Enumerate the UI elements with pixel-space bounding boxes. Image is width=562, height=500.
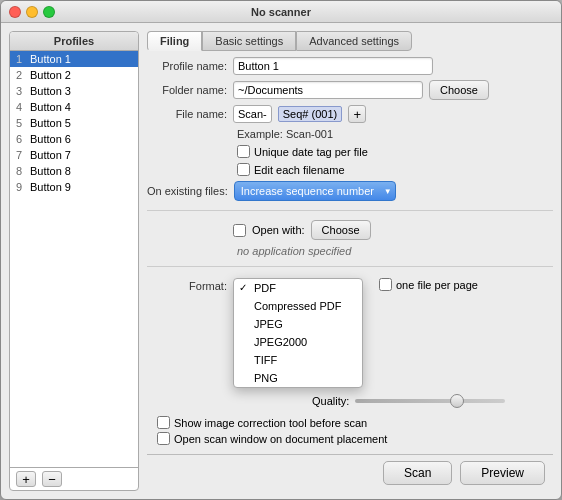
on-existing-row: On existing files: Increase sequence num… — [147, 181, 553, 201]
quality-label: Quality: — [312, 395, 349, 407]
profiles-panel: Profiles 1Button 12Button 23Button 34But… — [9, 31, 139, 491]
main-panel: Filing Basic settings Advanced settings … — [147, 31, 553, 491]
traffic-lights — [9, 6, 55, 18]
format-option-jpeg[interactable]: JPEG — [234, 315, 362, 333]
profile-num: 9 — [16, 181, 30, 193]
profiles-list: 1Button 12Button 23Button 34Button 45But… — [10, 51, 138, 467]
format-option-tiff[interactable]: TIFF — [234, 351, 362, 369]
open-scan-window-checkbox[interactable] — [157, 432, 170, 445]
unique-date-label: Unique date tag per file — [254, 146, 368, 158]
unique-date-row: Unique date tag per file — [237, 145, 553, 158]
example-row: Example: Scan-001 — [237, 128, 553, 140]
open-with-choose-button[interactable]: Choose — [311, 220, 371, 240]
folder-name-row: Folder name: Choose — [147, 80, 553, 100]
profile-name: Button 4 — [30, 101, 71, 113]
profile-name-label: Profile name: — [147, 60, 227, 72]
maximize-button[interactable] — [43, 6, 55, 18]
tab-advanced-settings[interactable]: Advanced settings — [296, 31, 412, 51]
scan-options: Show image correction tool before scan O… — [147, 416, 553, 448]
format-label: Format: — [147, 278, 227, 292]
format-option-png[interactable]: PNG — [234, 369, 362, 387]
tab-basic-settings[interactable]: Basic settings — [202, 31, 296, 51]
open-scan-window-row: Open scan window on document placement — [157, 432, 553, 445]
profile-name: Button 3 — [30, 85, 71, 97]
format-option-jpeg2000[interactable]: JPEG2000 — [234, 333, 362, 351]
profile-item[interactable]: 8Button 8 — [10, 163, 138, 179]
file-name-row: File name: Scan- Seq# (001) + — [147, 105, 553, 123]
window-title: No scanner — [251, 6, 311, 18]
edit-each-label: Edit each filename — [254, 164, 345, 176]
filing-form: Profile name: Folder name: Choose File n… — [147, 57, 553, 454]
main-window: No scanner Profiles 1Button 12Button 23B… — [0, 0, 562, 500]
remove-profile-button[interactable]: − — [42, 471, 62, 487]
content-area: Profiles 1Button 12Button 23Button 34But… — [1, 23, 561, 499]
on-existing-select[interactable]: Increase sequence number — [234, 181, 396, 201]
add-filename-token-button[interactable]: + — [348, 105, 366, 123]
profile-name: Button 8 — [30, 165, 71, 177]
one-file-per-page-label: one file per page — [396, 279, 478, 291]
on-existing-label: On existing files: — [147, 185, 228, 197]
tab-filing[interactable]: Filing — [147, 31, 202, 51]
profile-item[interactable]: 6Button 6 — [10, 131, 138, 147]
format-option-compressed-pdf[interactable]: Compressed PDF — [234, 297, 362, 315]
profiles-footer: + − — [10, 467, 138, 490]
minimize-button[interactable] — [26, 6, 38, 18]
format-section: Format: PDF Compressed PDF JPEG JPEG2000… — [147, 278, 553, 388]
edit-each-checkbox[interactable] — [237, 163, 250, 176]
profiles-header: Profiles — [10, 32, 138, 51]
format-option-pdf[interactable]: PDF — [234, 279, 362, 297]
profile-name: Button 6 — [30, 133, 71, 145]
bottom-bar: Scan Preview — [147, 454, 553, 491]
folder-choose-button[interactable]: Choose — [429, 80, 489, 100]
profile-num: 5 — [16, 117, 30, 129]
profile-item[interactable]: 9Button 9 — [10, 179, 138, 195]
profile-num: 8 — [16, 165, 30, 177]
on-existing-select-wrapper: Increase sequence number — [234, 181, 396, 201]
profile-name: Button 5 — [30, 117, 71, 129]
show-image-before-scan-row: Show image correction tool before scan — [157, 416, 553, 429]
profile-item[interactable]: 7Button 7 — [10, 147, 138, 163]
folder-name-input[interactable] — [233, 81, 423, 99]
profile-name: Button 7 — [30, 149, 71, 161]
filename-prefix-display: Scan- — [233, 105, 272, 123]
preview-button[interactable]: Preview — [460, 461, 545, 485]
profile-num: 7 — [16, 149, 30, 161]
folder-name-label: Folder name: — [147, 84, 227, 96]
profile-item[interactable]: 3Button 3 — [10, 83, 138, 99]
one-file-per-page-row: one file per page — [379, 278, 478, 291]
profile-item[interactable]: 2Button 2 — [10, 67, 138, 83]
titlebar: No scanner — [1, 1, 561, 23]
show-image-before-scan-checkbox[interactable] — [157, 416, 170, 429]
no-app-label: no application specified — [237, 245, 553, 257]
profile-num: 4 — [16, 101, 30, 113]
open-with-row: Open with: Choose — [147, 220, 553, 240]
profile-name: Button 9 — [30, 181, 71, 193]
edit-each-row: Edit each filename — [237, 163, 553, 176]
profile-num: 2 — [16, 69, 30, 81]
profile-name: Button 1 — [30, 53, 71, 65]
open-with-text: Open with: — [252, 224, 305, 236]
format-dropdown: PDF Compressed PDF JPEG JPEG2000 TIFF PN… — [233, 278, 363, 388]
open-scan-window-label: Open scan window on document placement — [174, 433, 387, 445]
add-profile-button[interactable]: + — [16, 471, 36, 487]
one-file-per-page-checkbox[interactable] — [379, 278, 392, 291]
profile-num: 1 — [16, 53, 30, 65]
filename-seq-display[interactable]: Seq# (001) — [278, 106, 342, 122]
profile-num: 6 — [16, 133, 30, 145]
open-with-checkbox[interactable] — [233, 224, 246, 237]
profile-name-row: Profile name: — [147, 57, 553, 75]
profile-name-input[interactable] — [233, 57, 433, 75]
profile-num: 3 — [16, 85, 30, 97]
quality-row: Quality: — [312, 395, 553, 407]
profile-item[interactable]: 5Button 5 — [10, 115, 138, 131]
show-image-before-scan-label: Show image correction tool before scan — [174, 417, 367, 429]
profile-item[interactable]: 1Button 1 — [10, 51, 138, 67]
close-button[interactable] — [9, 6, 21, 18]
profile-name: Button 2 — [30, 69, 71, 81]
scan-button[interactable]: Scan — [383, 461, 452, 485]
tabs-bar: Filing Basic settings Advanced settings — [147, 31, 553, 51]
unique-date-checkbox[interactable] — [237, 145, 250, 158]
profile-item[interactable]: 4Button 4 — [10, 99, 138, 115]
file-name-label: File name: — [147, 108, 227, 120]
quality-slider[interactable] — [355, 399, 505, 403]
